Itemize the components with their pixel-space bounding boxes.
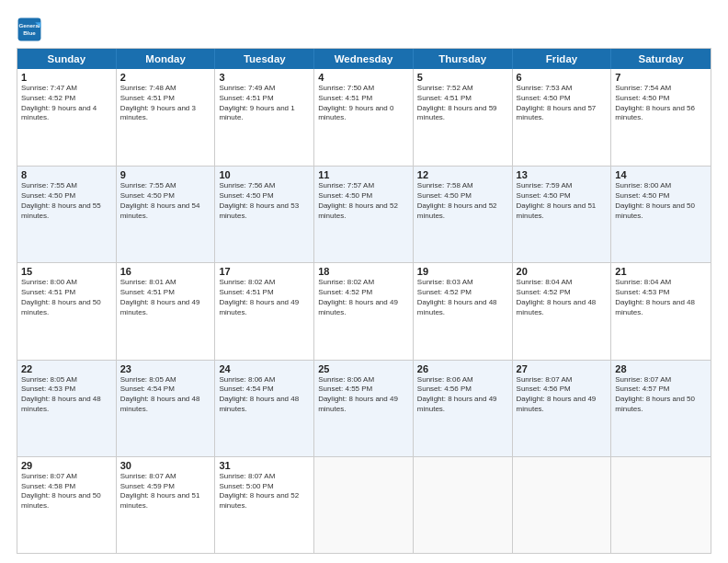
empty-cell [513,457,612,553]
day-number: 21 [615,266,707,277]
day-info: Sunrise: 7:57 AMSunset: 4:50 PMDaylight:… [318,181,409,221]
day-info: Sunrise: 8:07 AMSunset: 4:56 PMDaylight:… [517,375,608,415]
day-number: 10 [219,169,310,180]
day-cell-18: 18Sunrise: 8:02 AMSunset: 4:52 PMDayligh… [314,263,414,359]
day-number: 16 [120,266,211,277]
day-info: Sunrise: 8:07 AMSunset: 4:57 PMDaylight:… [615,375,707,415]
day-cell-13: 13Sunrise: 7:59 AMSunset: 4:50 PMDayligh… [513,167,612,262]
day-number: 29 [21,460,112,471]
day-number: 31 [219,460,310,471]
day-number: 25 [318,363,409,374]
day-cell-22: 22Sunrise: 8:05 AMSunset: 4:53 PMDayligh… [17,361,117,456]
empty-cell [414,457,513,553]
day-info: Sunrise: 8:02 AMSunset: 4:52 PMDaylight:… [318,278,409,317]
day-number: 23 [120,363,211,374]
page: General Blue SundayMondayTuesdayWednesda… [0,0,728,563]
header-day-friday: Friday [513,49,612,69]
day-number: 14 [615,169,707,180]
day-number: 22 [21,363,112,374]
day-cell-30: 30Sunrise: 8:07 AMSunset: 4:59 PMDayligh… [117,457,216,553]
day-number: 24 [219,363,310,374]
day-number: 1 [21,72,112,83]
day-info: Sunrise: 7:55 AMSunset: 4:50 PMDaylight:… [120,181,211,221]
day-info: Sunrise: 7:52 AMSunset: 4:51 PMDaylight:… [417,84,508,123]
day-cell-9: 9Sunrise: 7:55 AMSunset: 4:50 PMDaylight… [117,167,216,262]
day-cell-20: 20Sunrise: 8:04 AMSunset: 4:52 PMDayligh… [513,263,612,359]
header-day-wednesday: Wednesday [314,49,414,69]
header-day-tuesday: Tuesday [215,49,314,69]
day-info: Sunrise: 8:00 AMSunset: 4:50 PMDaylight:… [615,181,707,221]
header-day-sunday: Sunday [17,49,117,69]
day-cell-17: 17Sunrise: 8:02 AMSunset: 4:51 PMDayligh… [215,263,314,359]
day-number: 7 [615,72,707,83]
day-cell-4: 4Sunrise: 7:50 AMSunset: 4:51 PMDaylight… [314,69,414,166]
day-info: Sunrise: 8:06 AMSunset: 4:56 PMDaylight:… [417,375,508,415]
day-info: Sunrise: 7:55 AMSunset: 4:50 PMDaylight:… [21,181,112,221]
day-cell-23: 23Sunrise: 8:05 AMSunset: 4:54 PMDayligh… [117,361,216,456]
day-info: Sunrise: 8:01 AMSunset: 4:51 PMDaylight:… [120,278,211,317]
header-day-monday: Monday [117,49,216,69]
day-info: Sunrise: 7:50 AMSunset: 4:51 PMDaylight:… [318,84,409,123]
day-cell-12: 12Sunrise: 7:58 AMSunset: 4:50 PMDayligh… [414,167,513,262]
day-number: 8 [21,169,112,180]
day-number: 20 [517,266,608,277]
calendar-week-5: 29Sunrise: 8:07 AMSunset: 4:58 PMDayligh… [17,456,711,553]
header-day-saturday: Saturday [611,49,711,69]
day-number: 4 [318,72,409,83]
day-cell-10: 10Sunrise: 7:56 AMSunset: 4:50 PMDayligh… [215,167,314,262]
day-info: Sunrise: 7:53 AMSunset: 4:50 PMDaylight:… [517,84,608,123]
day-number: 28 [615,363,707,374]
day-info: Sunrise: 8:05 AMSunset: 4:54 PMDaylight:… [120,375,211,415]
day-cell-16: 16Sunrise: 8:01 AMSunset: 4:51 PMDayligh… [117,263,216,359]
day-cell-8: 8Sunrise: 7:55 AMSunset: 4:50 PMDaylight… [17,167,117,262]
day-info: Sunrise: 8:07 AMSunset: 4:58 PMDaylight:… [21,472,112,511]
day-cell-25: 25Sunrise: 8:06 AMSunset: 4:55 PMDayligh… [314,361,414,456]
day-number: 26 [417,363,508,374]
logo: General Blue [17,17,46,42]
day-number: 9 [120,169,211,180]
day-cell-24: 24Sunrise: 8:06 AMSunset: 4:54 PMDayligh… [215,361,314,456]
day-number: 19 [417,266,508,277]
day-cell-2: 2Sunrise: 7:48 AMSunset: 4:51 PMDaylight… [117,69,216,166]
day-info: Sunrise: 8:06 AMSunset: 4:54 PMDaylight:… [219,375,310,415]
calendar-week-4: 22Sunrise: 8:05 AMSunset: 4:53 PMDayligh… [17,360,711,456]
day-cell-29: 29Sunrise: 8:07 AMSunset: 4:58 PMDayligh… [17,457,117,553]
day-cell-5: 5Sunrise: 7:52 AMSunset: 4:51 PMDaylight… [414,69,513,166]
day-number: 5 [417,72,508,83]
day-info: Sunrise: 8:06 AMSunset: 4:55 PMDaylight:… [318,375,409,415]
calendar-body: 1Sunrise: 7:47 AMSunset: 4:52 PMDaylight… [17,69,711,553]
calendar-week-1: 1Sunrise: 7:47 AMSunset: 4:52 PMDaylight… [17,69,711,166]
day-info: Sunrise: 7:58 AMSunset: 4:50 PMDaylight:… [417,181,508,221]
day-number: 27 [517,363,608,374]
svg-text:Blue: Blue [23,29,36,36]
day-info: Sunrise: 8:00 AMSunset: 4:51 PMDaylight:… [21,278,112,317]
empty-cell [314,457,414,553]
calendar-week-2: 8Sunrise: 7:55 AMSunset: 4:50 PMDaylight… [17,166,711,262]
day-cell-14: 14Sunrise: 8:00 AMSunset: 4:50 PMDayligh… [611,167,711,262]
day-cell-26: 26Sunrise: 8:06 AMSunset: 4:56 PMDayligh… [414,361,513,456]
day-info: Sunrise: 7:59 AMSunset: 4:50 PMDaylight:… [517,181,608,221]
day-number: 2 [120,72,211,83]
calendar-header: SundayMondayTuesdayWednesdayThursdayFrid… [17,49,711,69]
day-number: 15 [21,266,112,277]
day-number: 11 [318,169,409,180]
empty-cell [611,457,711,553]
day-cell-1: 1Sunrise: 7:47 AMSunset: 4:52 PMDaylight… [17,69,117,166]
day-cell-6: 6Sunrise: 7:53 AMSunset: 4:50 PMDaylight… [513,69,612,166]
day-number: 6 [517,72,608,83]
day-cell-21: 21Sunrise: 8:04 AMSunset: 4:53 PMDayligh… [611,263,711,359]
day-number: 13 [517,169,608,180]
day-info: Sunrise: 8:05 AMSunset: 4:53 PMDaylight:… [21,375,112,415]
logo-icon: General Blue [17,17,42,42]
day-info: Sunrise: 7:56 AMSunset: 4:50 PMDaylight:… [219,181,310,221]
calendar-week-3: 15Sunrise: 8:00 AMSunset: 4:51 PMDayligh… [17,262,711,359]
day-number: 30 [120,460,211,471]
calendar: SundayMondayTuesdayWednesdayThursdayFrid… [17,48,711,554]
day-info: Sunrise: 7:48 AMSunset: 4:51 PMDaylight:… [120,84,211,123]
day-cell-7: 7Sunrise: 7:54 AMSunset: 4:50 PMDaylight… [611,69,711,166]
day-cell-28: 28Sunrise: 8:07 AMSunset: 4:57 PMDayligh… [611,361,711,456]
day-info: Sunrise: 7:54 AMSunset: 4:50 PMDaylight:… [615,84,707,123]
day-info: Sunrise: 8:04 AMSunset: 4:53 PMDaylight:… [615,278,707,317]
day-number: 17 [219,266,310,277]
day-info: Sunrise: 8:03 AMSunset: 4:52 PMDaylight:… [417,278,508,317]
